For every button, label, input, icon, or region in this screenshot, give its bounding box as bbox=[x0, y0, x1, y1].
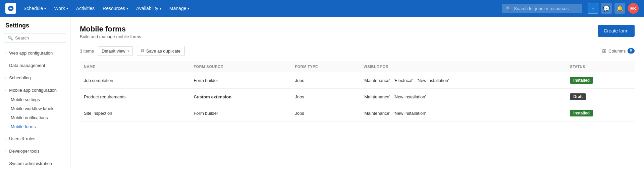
sidebar-item-scheduling[interactable]: › Scheduling bbox=[0, 73, 70, 83]
row-form-type: Jobs bbox=[291, 105, 360, 121]
add-button[interactable]: + bbox=[588, 3, 598, 14]
columns-icon: ⊞ bbox=[602, 48, 606, 54]
scheduling-caret-icon: › bbox=[5, 76, 6, 80]
developer-caret-icon: › bbox=[5, 149, 6, 153]
col-header-status: STATUS bbox=[566, 61, 635, 72]
row-name[interactable]: Job completion bbox=[80, 72, 190, 89]
work-caret-icon: ▾ bbox=[66, 7, 68, 10]
web-app-caret-icon: › bbox=[5, 51, 6, 55]
nav-availability[interactable]: Availability ▾ bbox=[133, 4, 165, 13]
status-badge: Installed bbox=[570, 77, 593, 84]
sidebar-item-system-administration[interactable]: › System administration bbox=[0, 159, 70, 168]
global-search[interactable]: 🔍 Search for jobs or resources bbox=[502, 4, 582, 13]
item-count: 3 items bbox=[80, 49, 94, 54]
columns-button[interactable]: ⊞ Columns 5 bbox=[602, 48, 635, 54]
sidebar-group-users-roles: › Users & roles bbox=[0, 133, 70, 145]
app-layout: Settings 🔍 › Web app configuration › Dat… bbox=[0, 17, 644, 169]
row-visible-for: 'Maintenance' , 'Electrical' , 'New inst… bbox=[360, 72, 566, 89]
row-form-source: Form builder bbox=[190, 72, 291, 89]
table-row: Site inspectionForm builderJobs'Maintena… bbox=[80, 105, 635, 121]
save-duplicate-button[interactable]: ⧉ Save as duplicate bbox=[137, 46, 185, 56]
nav-resources[interactable]: Resources ▾ bbox=[99, 4, 131, 13]
search-icon: 🔍 bbox=[506, 6, 511, 11]
availability-caret-icon: ▾ bbox=[160, 7, 161, 10]
nav-activities[interactable]: Activities bbox=[73, 4, 98, 13]
sidebar-group-data-management: › Data management bbox=[0, 59, 70, 72]
top-navigation: Schedule ▾ Work ▾ Activities Resources ▾… bbox=[0, 0, 644, 17]
sidebar-item-mobile-workflow-labels[interactable]: Mobile workflow labels bbox=[0, 104, 70, 113]
app-logo[interactable] bbox=[5, 3, 16, 14]
sidebar-group-system-admin: › System administration bbox=[0, 157, 70, 169]
copy-icon: ⧉ bbox=[141, 48, 144, 54]
sidebar-search-container[interactable]: 🔍 bbox=[4, 33, 66, 43]
sidebar-item-users-roles[interactable]: › Users & roles bbox=[0, 134, 70, 144]
col-header-form-type: FORM TYPE bbox=[291, 61, 360, 72]
sidebar-search-input[interactable] bbox=[15, 35, 62, 40]
row-form-type: Jobs bbox=[291, 72, 360, 89]
row-form-source: Custom extension bbox=[190, 89, 291, 105]
table-toolbar: 3 items Default view ▾ ⧉ Save as duplica… bbox=[80, 46, 635, 56]
sidebar-item-mobile-app-configuration[interactable]: › Mobile app configuration bbox=[0, 85, 70, 95]
row-status: Installed bbox=[566, 72, 635, 89]
manage-caret-icon: ▾ bbox=[187, 7, 189, 10]
nav-actions: + 💬 🔔 EK bbox=[588, 3, 639, 14]
system-admin-caret-icon: › bbox=[5, 162, 6, 165]
nav-manage[interactable]: Manage ▾ bbox=[166, 4, 193, 13]
col-header-name: NAME bbox=[80, 61, 190, 72]
chat-button[interactable]: 💬 bbox=[601, 3, 612, 14]
table-header: NAME FORM SOURCE FORM TYPE VISIBLE FOR S… bbox=[80, 61, 635, 72]
mobile-forms-table: NAME FORM SOURCE FORM TYPE VISIBLE FOR S… bbox=[80, 61, 635, 121]
view-select-dropdown[interactable]: Default view ▾ bbox=[98, 46, 133, 56]
sidebar-item-mobile-settings[interactable]: Mobile settings bbox=[0, 95, 70, 104]
main-content: Mobile forms Build and manage mobile for… bbox=[70, 17, 644, 169]
col-header-form-source: FORM SOURCE bbox=[190, 61, 291, 72]
col-header-visible-for: VISIBLE FOR bbox=[360, 61, 566, 72]
users-caret-icon: › bbox=[5, 137, 6, 141]
create-form-button[interactable]: Create form bbox=[598, 25, 635, 37]
row-visible-for: 'Maintenance' , 'New installation' bbox=[360, 89, 566, 105]
resources-caret-icon: ▾ bbox=[126, 7, 128, 10]
table-body: Job completionForm builderJobs'Maintenan… bbox=[80, 72, 635, 121]
data-management-caret-icon: › bbox=[5, 64, 6, 67]
row-name[interactable]: Product requirements bbox=[80, 89, 190, 105]
page-subtitle: Build and manage mobile forms bbox=[80, 34, 141, 39]
schedule-caret-icon: ▾ bbox=[44, 7, 46, 10]
sidebar-item-mobile-forms[interactable]: Mobile forms bbox=[0, 122, 70, 131]
sidebar-item-data-management[interactable]: › Data management bbox=[0, 61, 70, 70]
row-name[interactable]: Site inspection bbox=[80, 105, 190, 121]
row-form-source: Form builder bbox=[190, 105, 291, 121]
sidebar-search-icon: 🔍 bbox=[8, 35, 13, 40]
sidebar-item-developer-tools[interactable]: › Developer tools bbox=[0, 146, 70, 156]
status-badge: Installed bbox=[570, 110, 593, 116]
row-status: Draft bbox=[566, 89, 635, 105]
columns-count-badge: 5 bbox=[628, 48, 635, 54]
sidebar-group-mobile-app: › Mobile app configuration Mobile settin… bbox=[0, 84, 70, 133]
notifications-button[interactable]: 🔔 bbox=[614, 3, 625, 14]
page-header: Mobile forms Build and manage mobile for… bbox=[80, 25, 635, 39]
status-badge: Draft bbox=[570, 93, 586, 100]
view-select-caret-icon: ▾ bbox=[127, 49, 129, 53]
sidebar-group-developer-tools: › Developer tools bbox=[0, 145, 70, 157]
nav-schedule[interactable]: Schedule ▾ bbox=[20, 4, 49, 13]
table-row: Product requirementsCustom extensionJobs… bbox=[80, 89, 635, 105]
user-avatar[interactable]: EK bbox=[628, 3, 639, 14]
sidebar-item-web-app-configuration[interactable]: › Web app configuration bbox=[0, 48, 70, 58]
page-header-left: Mobile forms Build and manage mobile for… bbox=[80, 25, 141, 39]
row-visible-for: 'Maintenance' , 'New installation' bbox=[360, 105, 566, 121]
sidebar-group-web-app: › Web app configuration bbox=[0, 47, 70, 59]
sidebar-title: Settings bbox=[0, 22, 70, 33]
table-row: Job completionForm builderJobs'Maintenan… bbox=[80, 72, 635, 89]
settings-sidebar: Settings 🔍 › Web app configuration › Dat… bbox=[0, 17, 70, 169]
sidebar-group-scheduling: › Scheduling bbox=[0, 72, 70, 84]
page-title: Mobile forms bbox=[80, 25, 141, 33]
row-status: Installed bbox=[566, 105, 635, 121]
sidebar-item-mobile-notifications[interactable]: Mobile notifications bbox=[0, 113, 70, 122]
row-form-type: Jobs bbox=[291, 89, 360, 105]
nav-work[interactable]: Work ▾ bbox=[51, 4, 71, 13]
mobile-app-caret-icon: › bbox=[4, 90, 8, 91]
